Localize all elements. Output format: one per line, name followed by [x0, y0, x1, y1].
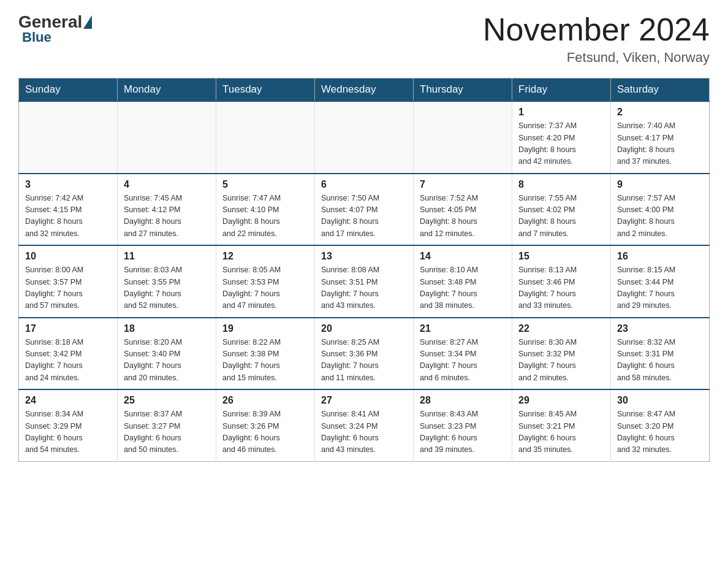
day-number: 21	[420, 323, 506, 334]
day-info: Sunrise: 7:40 AMSunset: 4:17 PMDaylight:…	[617, 120, 703, 168]
day-number: 19	[222, 323, 308, 334]
day-info: Sunrise: 8:13 AMSunset: 3:46 PMDaylight:…	[518, 264, 604, 312]
calendar-cell: 7Sunrise: 7:52 AMSunset: 4:05 PMDaylight…	[414, 174, 512, 246]
calendar-cell: 24Sunrise: 8:34 AMSunset: 3:29 PMDayligh…	[19, 389, 118, 461]
day-info: Sunrise: 8:00 AMSunset: 3:57 PMDaylight:…	[25, 264, 111, 312]
calendar-cell: 26Sunrise: 8:39 AMSunset: 3:26 PMDayligh…	[216, 389, 315, 461]
calendar-cell: 16Sunrise: 8:15 AMSunset: 3:44 PMDayligh…	[611, 245, 710, 318]
day-info: Sunrise: 8:32 AMSunset: 3:31 PMDaylight:…	[617, 337, 703, 385]
calendar-cell: 9Sunrise: 7:57 AMSunset: 4:00 PMDaylight…	[611, 174, 710, 246]
header: General Blue November 2024 Fetsund, Vike…	[18, 12, 710, 66]
logo-triangle-icon	[83, 15, 92, 29]
day-number: 22	[518, 323, 604, 334]
day-info: Sunrise: 7:42 AMSunset: 4:15 PMDaylight:…	[25, 193, 111, 240]
calendar-cell: 17Sunrise: 8:18 AMSunset: 3:42 PMDayligh…	[19, 318, 118, 390]
day-number: 24	[25, 395, 111, 406]
day-info: Sunrise: 8:15 AMSunset: 3:44 PMDaylight:…	[617, 264, 703, 312]
calendar-cell: 5Sunrise: 7:47 AMSunset: 4:10 PMDaylight…	[216, 174, 315, 246]
day-info: Sunrise: 8:47 AMSunset: 3:20 PMDaylight:…	[617, 408, 703, 456]
day-info: Sunrise: 8:30 AMSunset: 3:32 PMDaylight:…	[518, 337, 604, 385]
day-number: 16	[617, 251, 703, 262]
day-info: Sunrise: 8:08 AMSunset: 3:51 PMDaylight:…	[321, 264, 407, 312]
day-info: Sunrise: 8:34 AMSunset: 3:29 PMDaylight:…	[25, 408, 111, 456]
day-info: Sunrise: 8:43 AMSunset: 3:23 PMDaylight:…	[420, 408, 506, 456]
day-number: 15	[518, 251, 604, 262]
calendar-cell: 25Sunrise: 8:37 AMSunset: 3:27 PMDayligh…	[118, 389, 216, 461]
weekday-header-saturday: Saturday	[611, 79, 710, 102]
day-info: Sunrise: 8:39 AMSunset: 3:26 PMDaylight:…	[222, 408, 308, 456]
day-info: Sunrise: 7:37 AMSunset: 4:20 PMDaylight:…	[518, 120, 604, 168]
calendar-cell: 10Sunrise: 8:00 AMSunset: 3:57 PMDayligh…	[19, 245, 118, 318]
calendar-cell: 22Sunrise: 8:30 AMSunset: 3:32 PMDayligh…	[512, 318, 611, 390]
calendar-cell: 4Sunrise: 7:45 AMSunset: 4:12 PMDaylight…	[118, 174, 216, 246]
day-info: Sunrise: 7:50 AMSunset: 4:07 PMDaylight:…	[321, 193, 407, 240]
weekday-header-row: SundayMondayTuesdayWednesdayThursdayFrid…	[19, 79, 710, 102]
day-number: 14	[420, 251, 506, 262]
day-number: 13	[321, 251, 407, 262]
calendar-cell: 14Sunrise: 8:10 AMSunset: 3:48 PMDayligh…	[414, 245, 512, 318]
day-info: Sunrise: 7:57 AMSunset: 4:00 PMDaylight:…	[617, 193, 703, 240]
calendar-cell: 18Sunrise: 8:20 AMSunset: 3:40 PMDayligh…	[118, 318, 216, 390]
weekday-header-thursday: Thursday	[414, 79, 512, 102]
calendar-cell: 23Sunrise: 8:32 AMSunset: 3:31 PMDayligh…	[611, 318, 710, 390]
day-number: 20	[321, 323, 407, 334]
day-info: Sunrise: 8:25 AMSunset: 3:36 PMDaylight:…	[321, 337, 407, 385]
calendar-week-row: 24Sunrise: 8:34 AMSunset: 3:29 PMDayligh…	[19, 389, 710, 461]
day-number: 29	[518, 395, 604, 406]
calendar-cell: 30Sunrise: 8:47 AMSunset: 3:20 PMDayligh…	[611, 389, 710, 461]
day-number: 27	[321, 395, 407, 406]
day-info: Sunrise: 8:27 AMSunset: 3:34 PMDaylight:…	[420, 337, 506, 385]
calendar-cell	[118, 101, 216, 174]
calendar-week-row: 3Sunrise: 7:42 AMSunset: 4:15 PMDaylight…	[19, 174, 710, 246]
calendar-week-row: 10Sunrise: 8:00 AMSunset: 3:57 PMDayligh…	[19, 245, 710, 318]
weekday-header-tuesday: Tuesday	[216, 79, 315, 102]
calendar-cell: 13Sunrise: 8:08 AMSunset: 3:51 PMDayligh…	[315, 245, 414, 318]
day-number: 5	[222, 179, 308, 190]
calendar-cell: 19Sunrise: 8:22 AMSunset: 3:38 PMDayligh…	[216, 318, 315, 390]
day-number: 23	[617, 323, 703, 334]
weekday-header-friday: Friday	[512, 79, 611, 102]
day-info: Sunrise: 7:45 AMSunset: 4:12 PMDaylight:…	[124, 193, 210, 240]
day-info: Sunrise: 8:45 AMSunset: 3:21 PMDaylight:…	[518, 408, 604, 456]
day-number: 7	[420, 179, 506, 190]
day-info: Sunrise: 8:41 AMSunset: 3:24 PMDaylight:…	[321, 408, 407, 456]
day-info: Sunrise: 8:10 AMSunset: 3:48 PMDaylight:…	[420, 264, 506, 312]
calendar-cell: 21Sunrise: 8:27 AMSunset: 3:34 PMDayligh…	[414, 318, 512, 390]
day-number: 28	[420, 395, 506, 406]
weekday-header-monday: Monday	[118, 79, 216, 102]
day-info: Sunrise: 8:03 AMSunset: 3:55 PMDaylight:…	[124, 264, 210, 312]
day-number: 1	[518, 107, 604, 118]
day-number: 17	[25, 323, 111, 334]
calendar-cell: 20Sunrise: 8:25 AMSunset: 3:36 PMDayligh…	[315, 318, 414, 390]
day-info: Sunrise: 8:05 AMSunset: 3:53 PMDaylight:…	[222, 264, 308, 312]
calendar-cell: 12Sunrise: 8:05 AMSunset: 3:53 PMDayligh…	[216, 245, 315, 318]
weekday-header-wednesday: Wednesday	[315, 79, 414, 102]
day-number: 3	[25, 179, 111, 190]
day-number: 12	[222, 251, 308, 262]
day-number: 2	[617, 107, 703, 118]
day-info: Sunrise: 7:47 AMSunset: 4:10 PMDaylight:…	[222, 193, 308, 240]
day-number: 18	[124, 323, 210, 334]
day-info: Sunrise: 8:37 AMSunset: 3:27 PMDaylight:…	[124, 408, 210, 456]
logo-bottom-row: Blue	[18, 29, 51, 45]
calendar-cell: 27Sunrise: 8:41 AMSunset: 3:24 PMDayligh…	[315, 389, 414, 461]
day-number: 30	[617, 395, 703, 406]
calendar-cell: 6Sunrise: 7:50 AMSunset: 4:07 PMDaylight…	[315, 174, 414, 246]
weekday-header-sunday: Sunday	[19, 79, 118, 102]
logo-blue-text: Blue	[22, 29, 51, 45]
day-number: 8	[518, 179, 604, 190]
day-number: 26	[222, 395, 308, 406]
calendar-cell: 29Sunrise: 8:45 AMSunset: 3:21 PMDayligh…	[512, 389, 611, 461]
calendar-cell: 11Sunrise: 8:03 AMSunset: 3:55 PMDayligh…	[118, 245, 216, 318]
calendar-subtitle: Fetsund, Viken, Norway	[483, 50, 710, 66]
day-number: 10	[25, 251, 111, 262]
calendar-cell: 8Sunrise: 7:55 AMSunset: 4:02 PMDaylight…	[512, 174, 611, 246]
calendar-cell: 28Sunrise: 8:43 AMSunset: 3:23 PMDayligh…	[414, 389, 512, 461]
day-info: Sunrise: 8:22 AMSunset: 3:38 PMDaylight:…	[222, 337, 308, 385]
day-info: Sunrise: 8:18 AMSunset: 3:42 PMDaylight:…	[25, 337, 111, 385]
calendar-cell: 3Sunrise: 7:42 AMSunset: 4:15 PMDaylight…	[19, 174, 118, 246]
day-number: 9	[617, 179, 703, 190]
calendar-cell: 2Sunrise: 7:40 AMSunset: 4:17 PMDaylight…	[611, 101, 710, 174]
calendar-cell	[19, 101, 118, 174]
day-info: Sunrise: 7:55 AMSunset: 4:02 PMDaylight:…	[518, 193, 604, 240]
